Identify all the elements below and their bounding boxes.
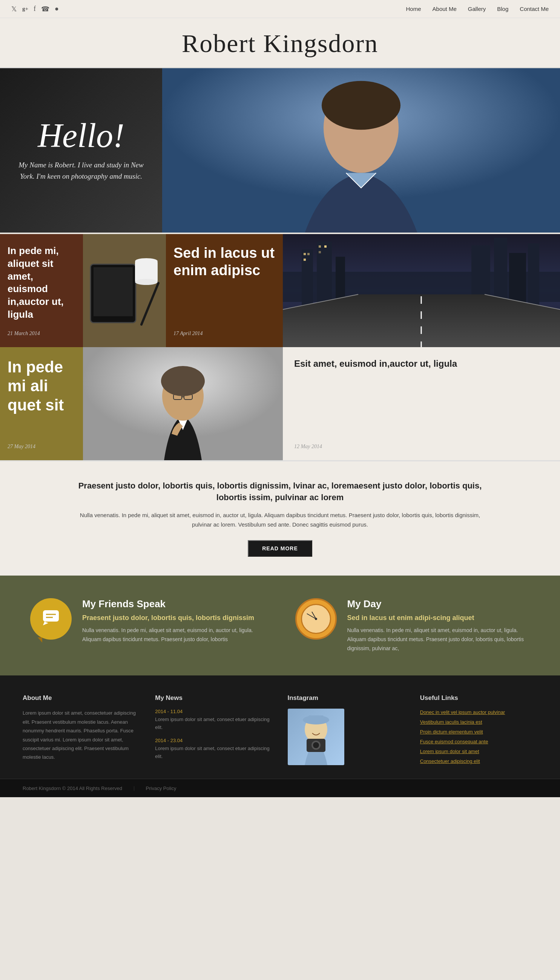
nav-about[interactable]: About Me [433, 6, 457, 12]
footer-link-item-1[interactable]: Donec in velit vel ipsum auctor pulvinar [420, 709, 537, 716]
svg-rect-5 [93, 267, 133, 316]
social-icons: 𝕏 g+ f ☎ ● [11, 5, 59, 13]
footer-links-title: Useful Links [420, 694, 537, 702]
footer-news: My News 2014 - 11.04 Lorem ipsum dolor s… [155, 694, 272, 767]
footer-news-item-2: 2014 - 23.04 Lorem ipsum dolor sit amet,… [155, 737, 272, 761]
article-section: Praesent justo dolor, lobortis quis, lob… [0, 460, 560, 576]
chat-icon [42, 609, 60, 629]
svg-rect-20 [307, 253, 310, 255]
svg-rect-34 [43, 610, 59, 621]
testimonial-day-heading: My Day [347, 598, 530, 610]
svg-point-2 [322, 81, 400, 130]
blog-post-6-image[interactable] [83, 347, 283, 460]
google-plus-icon[interactable]: g+ [22, 6, 28, 12]
instagram-photo [288, 709, 344, 765]
testimonial-day-subheading: Sed in lacus ut enim adipi-scing aliquet [347, 614, 530, 622]
svg-rect-23 [324, 245, 327, 247]
article-title: Praesent justo dolor, lobortis quis, lob… [75, 480, 485, 503]
svg-rect-24 [318, 251, 321, 253]
blog-post-7-title: Esit amet, euismod in,auctor ut, ligula [294, 358, 549, 369]
hero-description: My Name is Robert. I live and study in N… [15, 159, 147, 183]
thinker-photo [83, 347, 283, 460]
skype-icon[interactable]: ☎ [41, 5, 49, 13]
svg-rect-19 [303, 253, 306, 255]
site-title: Robert Kingsdorn [0, 29, 560, 58]
footer-divider: | [133, 785, 135, 791]
clock-icon-wrap [295, 598, 337, 639]
svg-rect-7 [135, 261, 158, 282]
road-image [283, 234, 560, 347]
clock-center-dot [315, 618, 317, 620]
footer-link-item-5[interactable]: Lorem ipsum dolor sit amet [420, 748, 537, 755]
footer-news-text-1: Lorem ipsum dolor sit amet, consect etue… [155, 716, 272, 732]
footer-news-text-2: Lorem ipsum dolor sit amet, consect etue… [155, 745, 272, 761]
footer-link-item-6[interactable]: Consectetuer adipiscing elit [420, 757, 537, 764]
testimonial-friends-heading: My Friends Speak [82, 598, 265, 610]
coffee-tablet-bg [83, 234, 166, 347]
blog-post-4-image[interactable] [283, 234, 560, 347]
footer-instagram: Instagram [288, 694, 405, 767]
blog-post-3-title: Sed in lacus ut enim adipisc [173, 245, 275, 279]
blog-post-7[interactable]: Esit amet, euismod in,auctor ut, ligula … [283, 347, 560, 460]
article-body: Nulla venenatis. In pede mi, aliquet sit… [75, 510, 485, 530]
main-nav: Home About Me Gallery Blog Contact Me [406, 6, 549, 12]
footer-privacy-link[interactable]: Privacy Policy [146, 786, 177, 791]
chat-icon-circle [30, 598, 72, 639]
blog-post-1-title: In pede mi, aliquet sit amet, euismod in… [8, 245, 75, 321]
blog-post-5[interactable]: In pede mi ali quet sit 27 May 2014 [0, 347, 83, 460]
svg-rect-21 [303, 259, 306, 261]
pinterest-icon[interactable]: ● [55, 5, 59, 13]
clock-icon-circle [295, 598, 337, 639]
read-more-button[interactable]: READ MORE [248, 540, 312, 557]
nav-contact[interactable]: Contact Me [520, 6, 549, 12]
hero-greeting: Hello! [38, 119, 125, 153]
footer-link-item-4[interactable]: Fusce euismod consequat ante [420, 738, 537, 745]
blog-post-7-date: 12 May 2014 [294, 443, 549, 450]
site-header: Robert Kingsdorn [0, 18, 560, 68]
svg-point-33 [161, 366, 205, 396]
svg-rect-40 [308, 716, 323, 721]
blog-post-3-date: 17 April 2014 [173, 331, 275, 337]
svg-rect-18 [528, 244, 539, 309]
footer-about-body: Lorem ipsum dolor sit amet, consectetuer… [23, 709, 140, 761]
nav-home[interactable]: Home [406, 6, 421, 12]
svg-point-8 [135, 279, 158, 285]
hero-section: Hello! My Name is Robert. I live and stu… [0, 68, 560, 234]
blog-post-2-image[interactable] [83, 234, 166, 347]
testimonial-day: My Day Sed in lacus ut enim adipi-scing … [295, 598, 530, 653]
blog-post-5-title: In pede mi ali quet sit [8, 358, 75, 415]
testimonial-friends-body: Nulla venenatis. In pede mi, aliquet sit… [82, 626, 265, 644]
footer-news-date-1: 2014 - 11.04 [155, 709, 272, 714]
footer-links-list: Donec in velit vel ipsum auctor pulvinar… [420, 709, 537, 764]
nav-gallery[interactable]: Gallery [468, 6, 486, 12]
blog-grid: In pede mi, aliquet sit amet, euismod in… [0, 234, 560, 460]
footer-news-item-1: 2014 - 11.04 Lorem ipsum dolor sit amet,… [155, 709, 272, 732]
blog-post-3[interactable]: Sed in lacus ut enim adipisc 17 April 20… [166, 234, 283, 347]
facebook-icon[interactable]: f [33, 5, 36, 13]
blog-post-5-date: 27 May 2014 [8, 443, 75, 450]
chat-icon-wrap [30, 598, 72, 639]
blog-post-1[interactable]: In pede mi, aliquet sit amet, euismod in… [0, 234, 83, 347]
testimonial-friends-subheading: Praesent justo dolor, lobortis quis, lob… [82, 614, 265, 622]
footer-news-title: My News [155, 694, 272, 702]
footer-news-date-2: 2014 - 23.04 [155, 737, 272, 743]
footer-about-title: About Me [23, 694, 140, 702]
testimonial-friends: My Friends Speak Praesent justo dolor, l… [30, 598, 265, 653]
svg-point-43 [313, 742, 319, 748]
footer-links: Useful Links Donec in velit vel ipsum au… [420, 694, 537, 767]
top-bar: 𝕏 g+ f ☎ ● Home About Me Gallery Blog Co… [0, 0, 560, 18]
footer-link-item-2[interactable]: Vestibulum iaculis lacinia est [420, 718, 537, 725]
footer-copyright: Robert Kingsdorn © 2014 All Rights Reser… [23, 786, 122, 791]
clock-face [301, 604, 331, 634]
svg-rect-12 [302, 249, 313, 309]
twitter-icon[interactable]: 𝕏 [11, 5, 17, 13]
svg-rect-22 [318, 245, 321, 247]
testimonial-day-content: My Day Sed in lacus ut enim adipi-scing … [347, 598, 530, 653]
footer-link-item-3[interactable]: Proin dictum elementum velit [420, 728, 537, 735]
nav-blog[interactable]: Blog [497, 6, 508, 12]
footer: About Me Lorem ipsum dolor sit amet, con… [0, 676, 560, 779]
footer-bottom: Robert Kingsdorn © 2014 All Rights Reser… [0, 779, 560, 797]
testimonial-friends-content: My Friends Speak Praesent justo dolor, l… [82, 598, 265, 653]
footer-instagram-title: Instagram [288, 694, 405, 702]
footer-about: About Me Lorem ipsum dolor sit amet, con… [23, 694, 140, 767]
